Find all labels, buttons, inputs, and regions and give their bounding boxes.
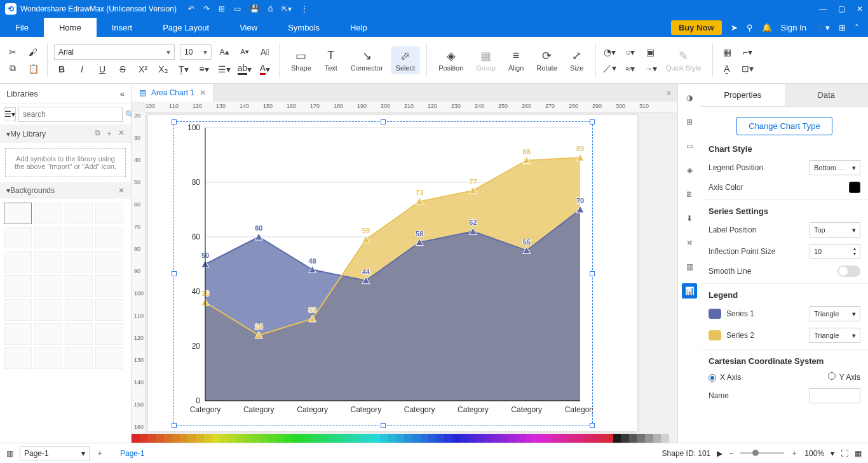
cut-icon[interactable]: ✂	[5, 45, 20, 59]
menu-home[interactable]: Home	[44, 18, 97, 37]
expand-right-icon[interactable]: »	[660, 88, 677, 97]
collapse-ribbon-icon[interactable]: ˄	[855, 23, 859, 32]
line-icon[interactable]: ／▾	[602, 62, 618, 76]
bg-swatch[interactable]	[4, 299, 32, 321]
export-icon[interactable]: ⇱▾	[281, 4, 292, 13]
bg-swatch[interactable]	[95, 299, 123, 321]
bg-swatch[interactable]	[4, 251, 32, 272]
label-position-select[interactable]: Top▾	[810, 222, 860, 238]
series2-color-swatch[interactable]	[709, 330, 721, 340]
open-icon[interactable]: ▭	[234, 4, 241, 13]
fill-icon[interactable]: ◔▾	[602, 45, 618, 59]
increase-font-icon[interactable]: A▴	[217, 45, 232, 59]
inflection-size-input[interactable]: 10▴▾	[810, 244, 860, 259]
char-spacing-icon[interactable]: Ṯ▾	[176, 62, 191, 76]
legend-position-select[interactable]: Bottom ...▾	[810, 160, 860, 175]
underline-icon[interactable]: U	[95, 62, 110, 76]
area-chart[interactable]: 0204060801005060484458625570362430597377…	[173, 121, 593, 426]
size-tool[interactable]: ⤢Size	[565, 46, 589, 74]
add-page-icon[interactable]: ＋	[96, 448, 104, 459]
zoom-out-icon[interactable]: −	[729, 449, 733, 458]
position-tool[interactable]: ◈Position	[433, 46, 468, 74]
random-icon[interactable]: ⤨	[682, 235, 697, 250]
bg-swatch[interactable]	[65, 347, 93, 369]
current-page-link[interactable]: Page-1	[120, 449, 145, 458]
decrease-font-icon[interactable]: A▾	[237, 45, 252, 59]
color-palette-strip[interactable]	[132, 434, 677, 443]
new-icon[interactable]: ⊞	[219, 4, 225, 13]
font-size-select[interactable]: 10▾	[180, 44, 212, 60]
bg-swatch[interactable]	[4, 203, 32, 224]
menu-insert[interactable]: Insert	[97, 18, 148, 37]
axis-name-input[interactable]	[810, 388, 860, 403]
change-chart-type-button[interactable]: Change Chart Type	[736, 117, 832, 135]
buy-now-button[interactable]: Buy Now	[671, 20, 722, 35]
chart-panel-icon[interactable]: 📊	[682, 283, 697, 299]
superscript-icon[interactable]: X²	[135, 62, 151, 76]
export-panel-icon[interactable]: ⬇	[682, 211, 697, 226]
bg-swatch[interactable]	[95, 347, 123, 369]
bg-swatch[interactable]	[34, 275, 62, 297]
duplicate-icon[interactable]: ▦	[719, 45, 735, 59]
pages-icon[interactable]: ▥	[6, 449, 13, 458]
bg-swatch[interactable]	[34, 323, 62, 345]
font-color-icon[interactable]: A▾	[257, 62, 273, 76]
bg-swatch[interactable]	[95, 275, 123, 297]
apps-icon[interactable]: ⊞	[839, 23, 846, 32]
minimize-icon[interactable]: —	[819, 4, 827, 13]
y-axis-radio[interactable]	[828, 372, 836, 380]
print-icon[interactable]: ⎙	[268, 4, 273, 13]
account-icon[interactable]: 👤▾	[815, 23, 830, 32]
bg-swatch[interactable]	[34, 347, 62, 369]
undo-icon[interactable]: ↶	[188, 4, 194, 13]
data-tab[interactable]: Data	[785, 84, 869, 106]
axis-color-swatch[interactable]	[849, 182, 860, 193]
sign-in-link[interactable]: Sign In	[781, 23, 806, 32]
layers-icon[interactable]: ◈	[682, 163, 697, 178]
fit-page-icon[interactable]: ⛶	[841, 449, 848, 458]
page-icon[interactable]: 🗎	[682, 187, 697, 202]
bg-swatch[interactable]	[34, 227, 62, 248]
bg-swatch[interactable]	[34, 203, 62, 224]
font-family-select[interactable]: Arial▾	[54, 44, 175, 60]
quick-style-tool[interactable]: ✎Quick Style	[661, 46, 707, 74]
bg-swatch[interactable]	[95, 323, 123, 345]
bell-icon[interactable]: 🔔	[762, 23, 772, 32]
more-shape-icon[interactable]: ⊡▾	[740, 62, 755, 76]
bg-swatch[interactable]	[4, 323, 32, 345]
backgrounds-section[interactable]: ▾ Backgrounds ✕	[0, 182, 131, 199]
zoom-value[interactable]: 100%	[804, 449, 824, 458]
library-menu-icon[interactable]: ☰▾	[4, 107, 16, 121]
properties-tab[interactable]: Properties	[701, 84, 785, 106]
bg-swatch[interactable]	[34, 251, 62, 272]
redo-icon[interactable]: ↷	[203, 4, 210, 13]
menu-help[interactable]: Help	[335, 18, 383, 37]
dashboard-icon[interactable]: ▥	[682, 259, 697, 274]
bg-swatch[interactable]	[65, 275, 93, 297]
rotate-tool[interactable]: ⟳Rotate	[531, 46, 562, 74]
series2-shape-select[interactable]: Triangle▾	[810, 328, 860, 343]
menu-page-layout[interactable]: Page Layout	[147, 18, 224, 37]
arrow-style-icon[interactable]: →▾	[643, 62, 658, 76]
format-painter-icon[interactable]: 🖌	[25, 45, 41, 59]
bg-swatch[interactable]	[34, 299, 62, 321]
bullets-icon[interactable]: ☰▾	[217, 62, 232, 76]
clear-format-icon[interactable]: A⃠	[257, 45, 273, 59]
menu-view[interactable]: View	[224, 18, 273, 37]
menu-file[interactable]: File	[0, 18, 44, 37]
text-tool[interactable]: TText	[319, 46, 343, 74]
align-tool[interactable]: ≡Align	[503, 46, 529, 74]
bg-swatch[interactable]	[95, 203, 123, 224]
series1-color-swatch[interactable]	[709, 309, 721, 319]
send-icon[interactable]: ➤	[731, 23, 738, 32]
bg-swatch[interactable]	[95, 251, 123, 272]
presentation-icon[interactable]: ▶	[717, 449, 722, 458]
bg-swatch[interactable]	[4, 275, 32, 297]
strike-icon[interactable]: S	[115, 62, 130, 76]
more-icon[interactable]: ⋮	[301, 4, 308, 13]
menu-symbols[interactable]: Symbols	[273, 18, 335, 37]
highlight-icon[interactable]: A̱	[719, 62, 735, 76]
library-search-input[interactable]	[18, 107, 123, 122]
maximize-icon[interactable]: ▢	[838, 4, 845, 13]
series1-shape-select[interactable]: Triangle▾	[810, 306, 860, 321]
